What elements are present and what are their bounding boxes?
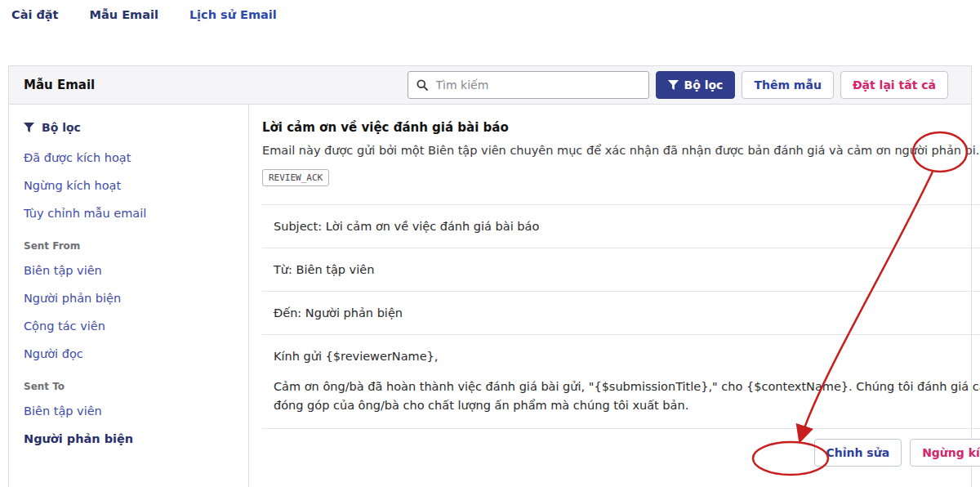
body-greeting: Kính gửi {$reviewerName}, (274, 348, 980, 364)
sidebar-item-to-editor[interactable]: Biên tập viên (24, 404, 234, 418)
sidebar-item-enabled[interactable]: Đã được kích hoạt (24, 150, 234, 165)
top-nav: Cài đặt Mẫu Email Lịch sử Email (11, 8, 277, 21)
reset-all-button[interactable]: Đặt lại tất cả (840, 71, 948, 99)
disable-button[interactable]: Ngừng kích hoạt (910, 439, 980, 467)
sidebar-item-from-reader[interactable]: Người đọc (24, 346, 234, 361)
page-title: Mẫu Email (24, 78, 95, 92)
sidebar-item-to-reviewer[interactable]: Người phản biện (24, 431, 234, 446)
page: Cài đặt Mẫu Email Lịch sử Email Mẫu Emai… (0, 0, 980, 487)
search-box[interactable] (408, 71, 649, 99)
filter-button[interactable]: Bộ lọc (656, 71, 736, 99)
body-row: Kính gửi {$reviewerName}, Cảm ơn ông/bà … (262, 334, 980, 428)
sidebar-item-custom-templates[interactable]: Tùy chỉnh mẫu email (24, 206, 234, 221)
add-template-button[interactable]: Thêm mẫu (742, 71, 833, 99)
template-detail: Subject: Lời cảm ơn về việc đánh giá bài… (262, 204, 980, 478)
sidebar-item-disabled[interactable]: Ngừng kích hoạt (24, 178, 234, 193)
panel-header: Mẫu Email (9, 66, 971, 105)
header-controls: Bộ lọc Thêm mẫu Đặt lại tất cả (408, 71, 949, 99)
funnel-icon (668, 80, 679, 91)
subject-row: Subject: Lời cảm ơn về việc đánh giá bài… (262, 204, 980, 248)
sidebar-item-from-reviewer[interactable]: Người phản biện (24, 291, 234, 306)
to-row: Đến: Người phản biện (262, 291, 980, 334)
sidebar-item-from-collaborator[interactable]: Cộng tác viên (24, 319, 234, 333)
email-templates-panel: Mẫu Email (8, 65, 972, 487)
sidebar-group-sent-from: Sent From (24, 240, 234, 252)
template-description: Email này được gửi bởi một Biên tập viên… (262, 142, 980, 159)
template-summary: Lời cảm ơn về việc đánh giá bài báo Emai… (262, 119, 980, 186)
search-icon (408, 78, 436, 92)
filters-sidebar: Bộ lọc Đã được kích hoạt Ngừng kích hoạt… (9, 105, 249, 487)
sidebar-item-from-editor[interactable]: Biên tập viên (24, 263, 234, 278)
template-title: Lời cảm ơn về việc đánh giá bài báo (262, 119, 980, 136)
sidebar-filter-header: Bộ lọc (24, 121, 234, 134)
sidebar-filter-title: Bộ lọc (42, 121, 81, 134)
funnel-icon (24, 123, 34, 133)
panel-content: Bộ lọc Đã được kích hoạt Ngừng kích hoạt… (9, 105, 971, 487)
template-detail-area: Lời cảm ơn về việc đánh giá bài báo Emai… (249, 105, 980, 487)
actions-row: Chỉnh sửa Ngừng kích hoạt (262, 428, 980, 478)
tab-email-templates[interactable]: Mẫu Email (90, 8, 158, 21)
edit-button[interactable]: Chỉnh sửa (814, 439, 902, 467)
sidebar-group-sent-to: Sent To (24, 381, 234, 392)
tab-email-log[interactable]: Lịch sử Email (189, 8, 277, 21)
filter-button-label: Bộ lọc (684, 78, 724, 92)
body-paragraph: Cảm ơn ông/bà đã hoàn thành việc đánh gi… (274, 378, 980, 415)
from-row: Từ: Biên tập viên (262, 248, 980, 291)
template-key-badge: REVIEW_ACK (262, 169, 329, 186)
search-input[interactable] (436, 78, 648, 92)
tab-settings[interactable]: Cài đặt (11, 8, 59, 21)
